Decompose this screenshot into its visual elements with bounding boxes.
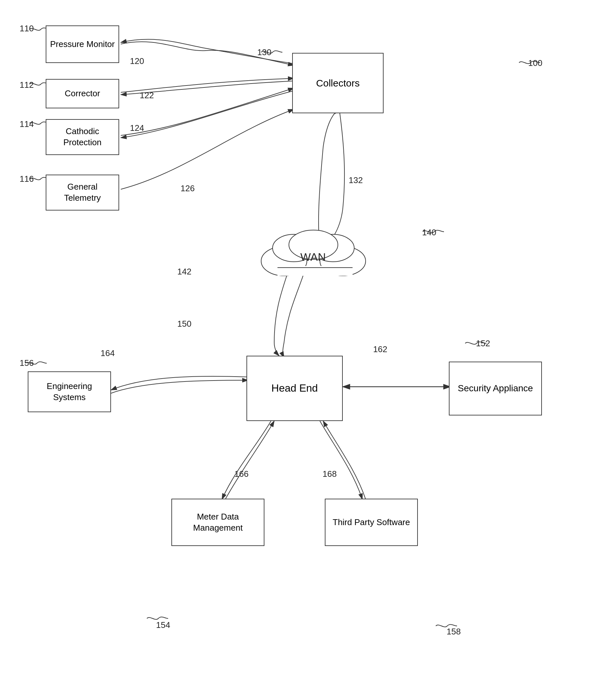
collectors-label: Collectors — [316, 77, 359, 89]
ref-152: 152 — [476, 338, 490, 349]
third-party-software-label: Third Party Software — [333, 517, 410, 528]
corrector-label: Corrector — [65, 88, 100, 99]
ref-112: 112 — [20, 80, 34, 90]
ref-162: 162 — [373, 344, 387, 354]
ref-126: 126 — [180, 183, 195, 194]
security-appliance-label: Security Appliance — [458, 382, 533, 394]
cathodic-protection-label: CathodicProtection — [63, 126, 102, 148]
ref-100: 100 — [528, 58, 542, 68]
security-appliance-box: Security Appliance — [449, 361, 542, 416]
collectors-box: Collectors — [292, 53, 383, 113]
ref-166: 166 — [235, 469, 248, 479]
diagram-container: Pressure Monitor Corrector CathodicProte… — [0, 0, 616, 686]
ref-122: 122 — [140, 90, 154, 101]
ref-114: 114 — [20, 119, 34, 129]
ref-130: 130 — [257, 47, 271, 58]
ref-120: 120 — [130, 56, 144, 66]
pressure-monitor-box: Pressure Monitor — [46, 25, 119, 63]
ref-110: 110 — [20, 23, 34, 34]
svg-point-6 — [320, 246, 366, 276]
head-end-label: Head End — [271, 381, 317, 395]
ref-158: 158 — [446, 626, 461, 637]
meter-data-management-box: Meter DataManagement — [171, 499, 264, 546]
corrector-box: Corrector — [46, 79, 119, 108]
cathodic-protection-box: CathodicProtection — [46, 119, 119, 155]
general-telemetry-label: GeneralTelemetry — [64, 181, 101, 204]
head-end-box: Head End — [246, 356, 343, 421]
wan-label: WAN — [300, 251, 326, 263]
ref-142: 142 — [177, 267, 191, 277]
general-telemetry-box: GeneralTelemetry — [46, 175, 119, 211]
ref-168: 168 — [323, 469, 336, 479]
third-party-software-box: Third Party Software — [325, 499, 418, 546]
svg-point-5 — [261, 246, 307, 276]
engineering-systems-box: EngineeringSystems — [28, 371, 111, 412]
ref-154: 154 — [156, 620, 170, 630]
ref-124: 124 — [130, 123, 144, 133]
ref-156: 156 — [20, 358, 34, 368]
ref-132: 132 — [349, 175, 363, 185]
ref-140: 140 — [422, 227, 436, 238]
ref-164: 164 — [101, 348, 115, 358]
meter-data-management-label: Meter DataManagement — [193, 511, 243, 534]
ref-116: 116 — [20, 174, 34, 184]
svg-rect-10 — [278, 266, 353, 276]
ref-150: 150 — [177, 319, 191, 329]
pressure-monitor-label: Pressure Monitor — [50, 39, 115, 50]
engineering-systems-label: EngineeringSystems — [47, 381, 92, 403]
